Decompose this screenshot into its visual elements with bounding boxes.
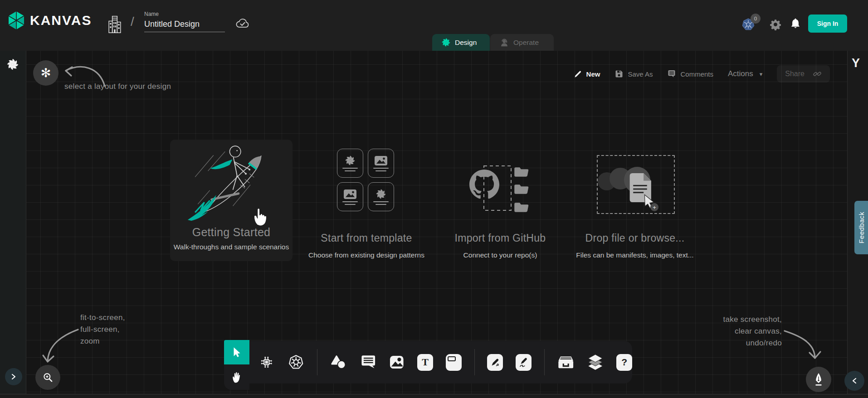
note-tab-icon <box>448 356 456 361</box>
app-header: KANVAS / Name <box>0 0 868 51</box>
cursor-arrow-icon <box>231 346 243 358</box>
shapes-tool[interactable] <box>330 353 347 371</box>
feedback-tab[interactable]: Feedback <box>854 201 868 254</box>
y-mark-icon[interactable]: Y <box>852 56 860 70</box>
component-tool[interactable] <box>258 354 275 371</box>
bottom-edge-bar <box>0 394 868 398</box>
help-tool[interactable]: ? <box>616 354 632 371</box>
comments-icon <box>667 69 676 78</box>
canvas-toolbar: New Save As Comments Actions <box>574 65 830 83</box>
hand-cursor-icon <box>251 206 270 227</box>
save-as-label: Save As <box>628 70 653 78</box>
meshery-spiral-icon[interactable] <box>6 58 19 71</box>
notifications-bell-icon[interactable] <box>790 18 801 30</box>
image-tool[interactable] <box>389 354 405 371</box>
new-label: New <box>586 70 600 78</box>
zoom-hint-arrow <box>39 323 89 368</box>
kubernetes-tool[interactable] <box>288 353 304 371</box>
notification-count-badge: 0 <box>751 14 761 24</box>
pen-path-icon <box>489 356 501 368</box>
settings-gear-icon[interactable] <box>770 19 781 30</box>
drawer-tool[interactable] <box>557 353 574 371</box>
tool-dock: T <box>224 340 632 391</box>
repo-folder-icon <box>512 200 531 213</box>
select-tool[interactable] <box>224 340 249 364</box>
chevron-left-icon <box>851 378 858 384</box>
zoom-in-magnifier-icon <box>42 372 54 383</box>
layout-selector-button[interactable]: ✻ <box>33 60 59 86</box>
pen-nib-icon <box>813 373 824 386</box>
card-subtitle: Walk-throughs and sample scenarios <box>170 243 293 251</box>
template-tile-design <box>368 182 394 211</box>
layout-hint-text: select a layout for your design <box>64 81 171 92</box>
canvas-actions-hint-arrow <box>756 323 824 368</box>
left-sidebar <box>0 51 26 394</box>
dock-main-row: T <box>249 341 632 383</box>
comment-tool[interactable] <box>360 354 376 371</box>
share-button[interactable]: Share <box>777 65 830 83</box>
repo-folder-icon <box>512 182 531 195</box>
card-title: Import from GitHub <box>439 232 561 244</box>
zoom-controls-button[interactable] <box>35 365 60 390</box>
tab-design-label: Design <box>455 39 477 47</box>
tab-operate[interactable]: Operate <box>490 34 554 51</box>
brand-wordmark: KANVAS <box>30 13 92 28</box>
sticky-note-tool[interactable] <box>446 354 462 371</box>
sign-in-button[interactable]: Sign In <box>808 15 847 33</box>
pen-tool[interactable] <box>487 354 503 371</box>
template-tile-image <box>368 149 394 178</box>
canvas-actions-button[interactable] <box>806 367 831 392</box>
design-spiral-icon <box>441 38 451 47</box>
expand-left-panel-button[interactable] <box>5 368 22 385</box>
card-title: Getting Started <box>170 226 293 239</box>
layers-tool[interactable] <box>587 353 604 371</box>
card-start-from-template[interactable]: Start from template Choose from existing… <box>306 147 427 263</box>
plus-badge-icon: + <box>650 203 658 211</box>
share-label: Share <box>785 70 805 78</box>
comments-button[interactable]: Comments <box>667 69 713 78</box>
dock-divider <box>317 349 317 375</box>
pencil-tool[interactable] <box>516 354 532 371</box>
text-tool[interactable]: T <box>417 354 433 371</box>
kanvas-logo-icon <box>6 10 26 31</box>
actions-label: Actions <box>728 69 753 78</box>
floppy-save-icon <box>614 69 624 78</box>
card-title: Drop file or browse... <box>573 232 697 244</box>
organization-icon[interactable] <box>108 15 122 34</box>
template-tile-design <box>337 149 363 178</box>
card-title: Start from template <box>306 232 427 244</box>
card-import-github[interactable]: Import from GitHub Connect to your repo(… <box>439 147 561 261</box>
card-drop-file[interactable]: + Drop file or browse... Files can be ma… <box>573 147 697 261</box>
tab-design[interactable]: Design <box>432 34 490 51</box>
comments-label: Comments <box>680 70 713 78</box>
caret-down-icon: ▾ <box>760 71 763 78</box>
tab-operate-label: Operate <box>513 39 539 47</box>
dock-divider <box>474 349 475 375</box>
card-getting-started[interactable]: Getting Started Walk-throughs and sample… <box>170 140 293 261</box>
new-design-button[interactable]: New <box>574 70 600 78</box>
feedback-label: Feedback <box>858 212 865 243</box>
template-tile-image <box>337 182 363 211</box>
pencil-new-icon <box>574 70 582 78</box>
kanvas-app: KANVAS / Name <box>0 0 868 398</box>
chevron-right-icon <box>10 374 17 380</box>
layout-asterisk-icon: ✻ <box>41 67 51 79</box>
design-name-label: Name <box>144 11 225 17</box>
pan-tool[interactable] <box>224 364 249 390</box>
selector-column <box>224 340 249 390</box>
save-as-button[interactable]: Save As <box>614 69 653 78</box>
operate-headset-icon <box>499 38 509 48</box>
design-canvas[interactable]: ✻ select a layout for your design New <box>26 51 847 394</box>
dock-divider <box>544 349 545 375</box>
template-tiles <box>337 149 394 211</box>
collapse-right-panel-button[interactable] <box>844 371 864 391</box>
share-link-icon <box>813 69 822 78</box>
github-octocat-icon <box>469 170 499 199</box>
design-name-input[interactable] <box>144 19 225 32</box>
help-glyph: ? <box>621 357 627 368</box>
pencil-sketch-icon <box>517 356 529 368</box>
cloud-saved-icon <box>235 16 250 29</box>
breadcrumb-separator: / <box>131 15 134 29</box>
actions-dropdown[interactable]: Actions ▾ <box>728 69 762 78</box>
design-name-block: Name <box>144 11 225 32</box>
